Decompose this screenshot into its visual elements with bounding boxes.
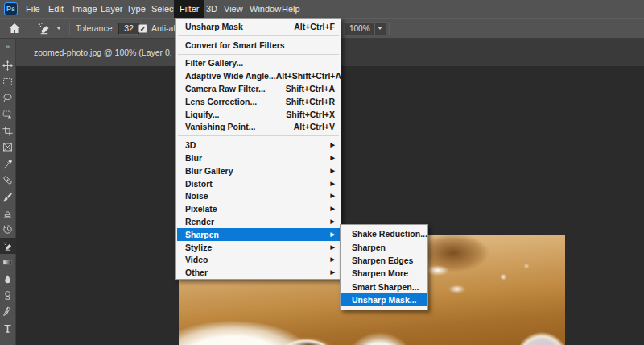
- tolerance-label: Tolerance:: [76, 23, 114, 33]
- menu-item-shortcut: Alt+Ctrl+F: [294, 22, 335, 31]
- menu-help[interactable]: Help: [276, 0, 306, 18]
- menu-item-liquify[interactable]: Liquify... Shift+Ctrl+X: [177, 108, 340, 121]
- clone-stamp-tool[interactable]: [0, 206, 16, 222]
- menu-item-sharpen[interactable]: Sharpen ▶: [177, 228, 340, 241]
- menu-item-video[interactable]: Video ▶: [177, 254, 340, 267]
- lasso-icon: [2, 93, 13, 103]
- submenu-item-sharpen-edges[interactable]: Sharpen Edges: [341, 254, 427, 267]
- menu-item-label: Noise: [185, 191, 208, 201]
- menu-bar: Ps File Edit Image Layer Type Select Fil…: [0, 0, 644, 18]
- magic-eraser-icon: [37, 22, 51, 35]
- submenu-item-sharpen[interactable]: Sharpen: [341, 240, 427, 253]
- menu-item-render[interactable]: Render ▶: [177, 215, 340, 228]
- menu-item-stylize[interactable]: Stylize ▶: [177, 241, 340, 254]
- spot-healing-brush-tool[interactable]: [0, 172, 16, 189]
- home-button[interactable]: [8, 19, 21, 38]
- submenu-arrow-icon: ▶: [331, 142, 335, 148]
- zoom-level-select[interactable]: 100%: [345, 19, 386, 38]
- options-separator: [389, 22, 390, 35]
- menu-item-lens-correction[interactable]: Lens Correction... Shift+Ctrl+R: [177, 95, 340, 108]
- menu-item-label: Render: [185, 217, 214, 227]
- pen-icon: [2, 306, 13, 317]
- type-tool[interactable]: [0, 320, 16, 336]
- menu-item-label: Blur: [185, 153, 202, 163]
- brush-tool[interactable]: [0, 189, 16, 205]
- gradient-icon: [2, 257, 13, 268]
- crop-tool[interactable]: [0, 123, 16, 139]
- menu-item-pixelate[interactable]: Pixelate ▶: [177, 202, 340, 215]
- type-icon: [2, 323, 13, 334]
- menu-item-shortcut: Alt+Ctrl+V: [294, 122, 335, 131]
- submenu-arrow-icon: ▶: [331, 181, 335, 187]
- tolerance-input[interactable]: [118, 23, 139, 35]
- menu-item-3d[interactable]: 3D ▶: [177, 139, 340, 152]
- menu-item-label: Convert for Smart Filters: [185, 40, 285, 50]
- healing-brush-icon: [2, 175, 13, 185]
- menu-item-noise[interactable]: Noise ▶: [177, 190, 340, 203]
- menu-item-label: Sharpen Edges: [352, 256, 413, 265]
- submenu-item-shake-reduction[interactable]: Shake Reduction...: [341, 227, 427, 240]
- menu-item-distort[interactable]: Distort ▶: [177, 177, 340, 190]
- submenu-arrow-icon: ▶: [331, 218, 335, 225]
- history-brush-tool[interactable]: [0, 222, 16, 238]
- history-brush-icon: [2, 224, 13, 235]
- menu-item-label: Unsharp Mask: [185, 22, 243, 31]
- home-icon: [8, 22, 21, 35]
- submenu-arrow-icon: ▶: [331, 168, 335, 174]
- menu-item-label: Sharpen: [185, 230, 219, 239]
- gradient-tool[interactable]: [0, 255, 16, 271]
- chevron-down-icon[interactable]: [374, 23, 386, 35]
- filter-menu-panel: Unsharp Mask Alt+Ctrl+F Convert for Smar…: [175, 18, 341, 280]
- menu-item-label: Adaptive Wide Angle...: [185, 71, 276, 81]
- menu-item-label: Vanishing Point...: [185, 122, 256, 131]
- submenu-item-unsharp-mask[interactable]: Unsharp Mask...: [341, 293, 427, 306]
- submenu-arrow-icon: ▶: [331, 231, 335, 238]
- expand-tools-button[interactable]: »: [6, 41, 10, 52]
- submenu-item-smart-sharpen[interactable]: Smart Sharpen...: [341, 281, 427, 293]
- object-selection-icon: [2, 110, 13, 120]
- menu-edit[interactable]: Edit: [43, 0, 69, 18]
- menu-item-other[interactable]: Other ▶: [177, 266, 340, 279]
- menu-item-shortcut: Shift+Ctrl+R: [286, 97, 335, 106]
- crop-icon: [2, 126, 13, 136]
- menu-item-label: Liquify...: [185, 110, 219, 119]
- dodge-tool[interactable]: [0, 287, 16, 303]
- menu-file[interactable]: File: [20, 0, 46, 18]
- menu-item-blur[interactable]: Blur ▶: [177, 152, 340, 164]
- pen-tool[interactable]: [0, 304, 16, 320]
- eyedropper-tool[interactable]: [0, 156, 16, 172]
- menu-item-label: Sharpen More: [352, 268, 408, 278]
- menu-item-label: Shake Reduction...: [352, 229, 427, 239]
- menu-item-label: Other: [185, 268, 208, 277]
- frame-icon: [2, 142, 13, 152]
- magic-eraser-icon: [2, 241, 13, 251]
- submenu-arrow-icon: ▶: [331, 155, 335, 161]
- menu-item-shortcut: Alt+Shift+Ctrl+A: [276, 71, 341, 81]
- tool-preset-button[interactable]: [37, 19, 61, 38]
- submenu-arrow-icon: ▶: [331, 193, 335, 199]
- menu-item-label: Blur Gallery: [185, 166, 233, 176]
- menu-item-convert-smart-filters[interactable]: Convert for Smart Filters: [177, 39, 340, 52]
- menu-item-blur-gallery[interactable]: Blur Gallery ▶: [177, 164, 340, 177]
- move-tool[interactable]: [0, 57, 16, 73]
- menu-item-vanishing-point[interactable]: Vanishing Point... Alt+Ctrl+V: [177, 121, 340, 134]
- menu-item-label: Smart Sharpen...: [352, 282, 419, 292]
- rectangular-marquee-tool[interactable]: [0, 73, 16, 89]
- frame-tool[interactable]: [0, 139, 16, 156]
- submenu-item-sharpen-more[interactable]: Sharpen More: [341, 267, 427, 280]
- magic-eraser-tool[interactable]: [0, 238, 16, 254]
- menu-item-label: Video: [185, 255, 208, 264]
- menu-item-camera-raw-filter[interactable]: Camera Raw Filter... Shift+Ctrl+A: [177, 82, 340, 95]
- blur-tool[interactable]: [0, 271, 16, 287]
- menu-item-adaptive-wide-angle[interactable]: Adaptive Wide Angle... Alt+Shift+Ctrl+A: [177, 69, 340, 82]
- menu-item-filter-gallery[interactable]: Filter Gallery...: [177, 57, 340, 70]
- lasso-tool[interactable]: [0, 90, 16, 106]
- submenu-arrow-icon: ▶: [331, 244, 335, 251]
- move-icon: [2, 60, 13, 71]
- menu-item-label: 3D: [185, 140, 196, 150]
- submenu-arrow-icon: ▶: [331, 269, 335, 276]
- anti-alias-checkbox[interactable]: ✓: [138, 24, 147, 33]
- object-selection-tool[interactable]: [0, 106, 16, 123]
- menu-item-unsharp-mask[interactable]: Unsharp Mask Alt+Ctrl+F: [177, 20, 340, 33]
- menu-separator: [178, 135, 339, 136]
